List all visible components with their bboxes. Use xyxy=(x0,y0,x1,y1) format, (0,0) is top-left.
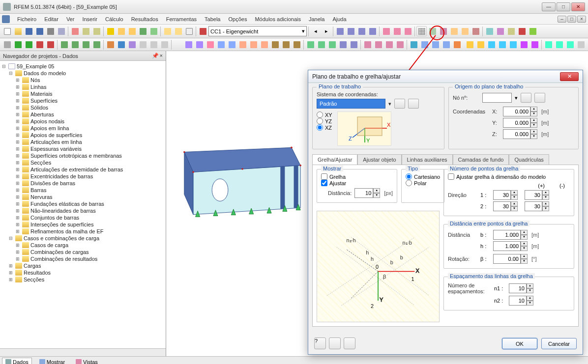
menu-tabela[interactable]: Tabela xyxy=(201,15,224,23)
tree-twisty-icon[interactable]: ⊞ xyxy=(15,98,21,103)
t2-43[interactable] xyxy=(395,39,405,50)
dir1-minus[interactable]: 30 xyxy=(525,190,542,200)
dir2-minus[interactable]: 30 xyxy=(525,201,542,211)
tree-twisty-icon[interactable]: ⊞ xyxy=(15,181,21,186)
t2-64[interactable] xyxy=(508,39,518,50)
t2-27[interactable] xyxy=(259,39,269,50)
t2-13[interactable] xyxy=(138,39,148,50)
t2-31[interactable] xyxy=(305,39,316,50)
maximize-button[interactable]: □ xyxy=(557,2,570,11)
tree-twisty-icon[interactable]: ⊞ xyxy=(15,201,21,206)
t2-09[interactable] xyxy=(91,39,102,50)
tree-twisty-icon[interactable]: ⊞ xyxy=(15,243,21,248)
menu-ficheiro[interactable]: Ficheiro xyxy=(14,15,40,23)
check-fit-model[interactable]: Ajustar grelha à dimensão do modelo xyxy=(448,173,570,180)
t2-33[interactable] xyxy=(327,39,337,50)
tree-item[interactable]: ⊞Cargas xyxy=(8,262,165,269)
tree-item[interactable]: ⊞Linhas xyxy=(15,84,165,90)
t2-62[interactable] xyxy=(486,39,497,50)
spacing-b[interactable]: 1.000 xyxy=(493,230,521,240)
mdi-close[interactable]: × xyxy=(577,16,586,23)
tree-twisty-icon[interactable]: ⊞ xyxy=(15,188,21,193)
tb-find[interactable] xyxy=(116,26,126,36)
menu-editar[interactable]: Editar xyxy=(41,15,62,23)
t2-35[interactable] xyxy=(349,39,359,50)
origin-x[interactable]: 0.000 xyxy=(503,107,530,116)
sidebar-hscroll[interactable] xyxy=(0,348,166,356)
tab-snap-object[interactable]: Ajustar objeto xyxy=(357,154,401,165)
t2-65[interactable] xyxy=(519,39,529,50)
nlines-n2[interactable]: 10 xyxy=(509,296,527,306)
t2-54[interactable] xyxy=(452,39,462,50)
tb-open[interactable] xyxy=(13,26,23,36)
t2-72[interactable] xyxy=(565,39,575,50)
spacing-h[interactable]: 1.000 xyxy=(493,241,521,251)
menu-modulos[interactable]: Módulos adicionais xyxy=(251,15,304,23)
tree-item[interactable]: ⊞Interseções de superfícies xyxy=(15,221,165,228)
t2-08[interactable] xyxy=(81,39,91,50)
t2-30[interactable] xyxy=(292,39,302,50)
tb-saveall[interactable] xyxy=(34,26,45,36)
t2-61[interactable] xyxy=(475,39,486,50)
tree-twisty-icon[interactable]: ⊞ xyxy=(15,256,21,261)
origin-z[interactable]: 0.000 xyxy=(503,129,530,139)
tb-table[interactable] xyxy=(162,26,173,36)
t2-26[interactable] xyxy=(248,39,259,50)
tb-flag[interactable] xyxy=(198,26,208,36)
tb-b5[interactable] xyxy=(470,26,481,36)
node-new-button[interactable] xyxy=(534,93,545,103)
menu-ajuda[interactable]: Ajuda xyxy=(329,15,350,23)
tree-item[interactable]: ⊞Excentricidades de barras xyxy=(15,173,165,180)
coord-edit-button[interactable] xyxy=(408,99,419,109)
tb-new[interactable] xyxy=(2,26,12,36)
tree-item[interactable]: ⊞Nós xyxy=(15,77,165,84)
tree-item[interactable]: ⊞Fundações elásticas de barras xyxy=(15,200,165,207)
coord-new-button[interactable] xyxy=(394,99,405,109)
tree-item[interactable]: ⊞Apoios em linha xyxy=(15,125,165,132)
tb-c4[interactable] xyxy=(517,26,527,36)
t2-32[interactable] xyxy=(316,39,326,50)
tb-view4[interactable] xyxy=(367,26,378,36)
t2-42[interactable] xyxy=(384,39,394,50)
t2-66[interactable] xyxy=(529,39,540,50)
t2-01[interactable] xyxy=(2,39,12,50)
t2-63[interactable] xyxy=(497,39,507,50)
tree-item[interactable]: ⊟Casos e combinações de carga xyxy=(8,235,165,242)
dialog-help-button[interactable]: ? xyxy=(314,337,326,349)
tree-item[interactable]: ⊞Não-linearidades de barras xyxy=(15,207,165,214)
mdi-minimize[interactable]: – xyxy=(558,16,566,23)
minimize-button[interactable]: — xyxy=(542,2,556,11)
radio-xy[interactable]: XY xyxy=(317,112,332,118)
radio-xz[interactable]: XZ xyxy=(317,124,332,131)
tb-undo[interactable] xyxy=(81,26,91,36)
tb-c3[interactable] xyxy=(506,26,516,36)
tb-b3[interactable] xyxy=(449,26,459,36)
snap-dist-field[interactable]: 10 xyxy=(354,188,373,198)
tb-zoom[interactable] xyxy=(127,26,137,36)
tree-item[interactable]: ⊞Casos de carga xyxy=(15,242,165,249)
t2-15[interactable] xyxy=(159,39,170,50)
tree-item[interactable]: ⊞Superfícies ortotrópicas e membranas xyxy=(15,152,165,159)
sidebar-pin-icon[interactable]: 📌 xyxy=(152,53,159,59)
tree-twisty-icon[interactable]: ⊞ xyxy=(15,222,21,227)
tb-a3[interactable] xyxy=(403,26,413,36)
sidebar-close-icon[interactable]: × xyxy=(160,53,163,59)
t2-25[interactable] xyxy=(237,39,248,50)
bottom-tab-dados[interactable]: Dados xyxy=(2,358,32,364)
tree-twisty-icon[interactable]: ⊞ xyxy=(15,112,21,117)
t2-60[interactable] xyxy=(465,39,475,50)
tree-item[interactable]: ⊞Apoios de superfícies xyxy=(15,132,165,139)
tree-twisty-icon[interactable]: ⊞ xyxy=(15,84,21,89)
t2-40[interactable] xyxy=(362,39,373,50)
t2-22[interactable] xyxy=(205,39,215,50)
tree-item[interactable]: ⊞Resultados xyxy=(8,269,165,276)
tree-twisty-icon[interactable]: ⊟ xyxy=(8,236,14,241)
t2-52[interactable] xyxy=(430,39,441,50)
tb-cut[interactable] xyxy=(70,26,80,36)
dialog-reset-button[interactable] xyxy=(344,337,355,349)
dialog-edit-button[interactable] xyxy=(329,337,341,349)
node-number-field[interactable] xyxy=(482,93,512,103)
close-button[interactable]: ✕ xyxy=(571,2,585,11)
check-grid[interactable]: Grelha xyxy=(321,173,393,180)
tb-view3[interactable] xyxy=(356,26,367,36)
